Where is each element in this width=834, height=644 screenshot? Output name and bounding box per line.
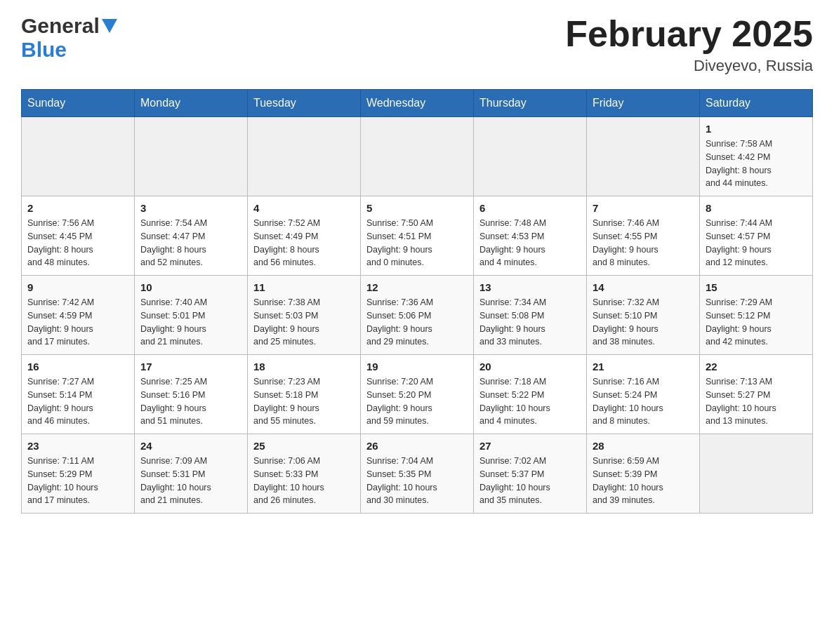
day-info: Sunrise: 7:09 AMSunset: 5:31 PMDaylight:… — [140, 455, 241, 507]
month-title: February 2025 — [565, 14, 813, 54]
logo-blue-text: Blue — [21, 38, 67, 62]
table-row: 3Sunrise: 7:54 AMSunset: 4:47 PMDaylight… — [135, 196, 248, 276]
calendar-week-2: 2Sunrise: 7:56 AMSunset: 4:45 PMDaylight… — [22, 196, 813, 276]
day-info: Sunrise: 7:58 AMSunset: 4:42 PMDaylight:… — [706, 137, 807, 190]
day-info: Sunrise: 7:36 AMSunset: 5:06 PMDaylight:… — [366, 296, 468, 349]
logo-general-text: General — [21, 14, 100, 37]
day-number: 8 — [706, 202, 807, 214]
table-row: 7Sunrise: 7:46 AMSunset: 4:55 PMDaylight… — [587, 196, 700, 276]
day-info: Sunrise: 7:42 AMSunset: 4:59 PMDaylight:… — [27, 296, 128, 349]
logo-blue-row: Blue — [21, 38, 67, 62]
day-info: Sunrise: 7:38 AMSunset: 5:03 PMDaylight:… — [253, 296, 355, 349]
day-number: 18 — [253, 361, 355, 373]
table-row: 24Sunrise: 7:09 AMSunset: 5:31 PMDayligh… — [135, 434, 248, 514]
day-number: 19 — [366, 361, 468, 373]
day-number: 4 — [253, 202, 355, 214]
calendar-week-4: 16Sunrise: 7:27 AMSunset: 5:14 PMDayligh… — [22, 355, 813, 434]
day-info: Sunrise: 7:56 AMSunset: 4:45 PMDaylight:… — [27, 217, 128, 269]
day-info: Sunrise: 7:44 AMSunset: 4:57 PMDaylight:… — [706, 217, 807, 269]
day-number: 10 — [140, 281, 241, 293]
day-number: 12 — [366, 281, 468, 293]
table-row: 22Sunrise: 7:13 AMSunset: 5:27 PMDayligh… — [700, 355, 813, 434]
table-row: 20Sunrise: 7:18 AMSunset: 5:22 PMDayligh… — [474, 355, 587, 434]
day-number: 20 — [479, 361, 581, 373]
col-thursday: Thursday — [474, 90, 587, 117]
logo-general-row: General — [21, 14, 117, 38]
col-sunday: Sunday — [22, 90, 135, 117]
day-info: Sunrise: 6:59 AMSunset: 5:39 PMDaylight:… — [593, 455, 694, 507]
table-row: 27Sunrise: 7:02 AMSunset: 5:37 PMDayligh… — [474, 434, 587, 514]
title-section: February 2025 Diveyevo, Russia — [565, 14, 813, 75]
calendar-header-row: Sunday Monday Tuesday Wednesday Thursday… — [22, 90, 813, 117]
calendar-week-3: 9Sunrise: 7:42 AMSunset: 4:59 PMDaylight… — [22, 276, 813, 355]
table-row: 9Sunrise: 7:42 AMSunset: 4:59 PMDaylight… — [22, 276, 135, 355]
day-number: 28 — [593, 440, 694, 452]
day-number: 6 — [479, 202, 581, 214]
day-number: 11 — [253, 281, 355, 293]
day-info: Sunrise: 7:02 AMSunset: 5:37 PMDaylight:… — [479, 455, 581, 507]
day-number: 27 — [479, 440, 581, 452]
table-row: 13Sunrise: 7:34 AMSunset: 5:08 PMDayligh… — [474, 276, 587, 355]
day-number: 21 — [593, 361, 694, 373]
day-info: Sunrise: 7:16 AMSunset: 5:24 PMDaylight:… — [593, 375, 694, 428]
day-info: Sunrise: 7:52 AMSunset: 4:49 PMDaylight:… — [253, 217, 355, 269]
page-header: General Blue February 2025 Diveyevo, Rus… — [21, 14, 813, 75]
logo-arrow-icon — [102, 19, 117, 33]
day-number: 9 — [27, 281, 128, 293]
day-info: Sunrise: 7:50 AMSunset: 4:51 PMDaylight:… — [366, 217, 468, 269]
day-info: Sunrise: 7:46 AMSunset: 4:55 PMDaylight:… — [593, 217, 694, 269]
day-info: Sunrise: 7:27 AMSunset: 5:14 PMDaylight:… — [27, 375, 128, 428]
table-row — [361, 117, 474, 196]
calendar-week-5: 23Sunrise: 7:11 AMSunset: 5:29 PMDayligh… — [22, 434, 813, 514]
day-number: 15 — [706, 281, 807, 293]
day-info: Sunrise: 7:18 AMSunset: 5:22 PMDaylight:… — [479, 375, 581, 428]
table-row: 14Sunrise: 7:32 AMSunset: 5:10 PMDayligh… — [587, 276, 700, 355]
col-saturday: Saturday — [700, 90, 813, 117]
day-number: 14 — [593, 281, 694, 293]
table-row: 12Sunrise: 7:36 AMSunset: 5:06 PMDayligh… — [361, 276, 474, 355]
day-number: 22 — [706, 361, 807, 373]
table-row: 8Sunrise: 7:44 AMSunset: 4:57 PMDaylight… — [700, 196, 813, 276]
table-row: 11Sunrise: 7:38 AMSunset: 5:03 PMDayligh… — [248, 276, 361, 355]
day-info: Sunrise: 7:13 AMSunset: 5:27 PMDaylight:… — [706, 375, 807, 428]
table-row — [22, 117, 135, 196]
table-row: 10Sunrise: 7:40 AMSunset: 5:01 PMDayligh… — [135, 276, 248, 355]
day-number: 24 — [140, 440, 241, 452]
col-friday: Friday — [587, 90, 700, 117]
day-number: 3 — [140, 202, 241, 214]
table-row: 23Sunrise: 7:11 AMSunset: 5:29 PMDayligh… — [22, 434, 135, 514]
table-row — [587, 117, 700, 196]
table-row: 6Sunrise: 7:48 AMSunset: 4:53 PMDaylight… — [474, 196, 587, 276]
table-row: 18Sunrise: 7:23 AMSunset: 5:18 PMDayligh… — [248, 355, 361, 434]
day-number: 7 — [593, 202, 694, 214]
day-number: 16 — [27, 361, 128, 373]
table-row: 5Sunrise: 7:50 AMSunset: 4:51 PMDaylight… — [361, 196, 474, 276]
day-info: Sunrise: 7:06 AMSunset: 5:33 PMDaylight:… — [253, 455, 355, 507]
day-info: Sunrise: 7:32 AMSunset: 5:10 PMDaylight:… — [593, 296, 694, 349]
table-row: 21Sunrise: 7:16 AMSunset: 5:24 PMDayligh… — [587, 355, 700, 434]
col-monday: Monday — [135, 90, 248, 117]
day-number: 23 — [27, 440, 128, 452]
table-row: 25Sunrise: 7:06 AMSunset: 5:33 PMDayligh… — [248, 434, 361, 514]
day-number: 26 — [366, 440, 468, 452]
day-info: Sunrise: 7:11 AMSunset: 5:29 PMDaylight:… — [27, 455, 128, 507]
table-row: 15Sunrise: 7:29 AMSunset: 5:12 PMDayligh… — [700, 276, 813, 355]
location: Diveyevo, Russia — [565, 57, 813, 75]
day-info: Sunrise: 7:04 AMSunset: 5:35 PMDaylight:… — [366, 455, 468, 507]
day-number: 5 — [366, 202, 468, 214]
table-row — [474, 117, 587, 196]
table-row: 4Sunrise: 7:52 AMSunset: 4:49 PMDaylight… — [248, 196, 361, 276]
day-info: Sunrise: 7:48 AMSunset: 4:53 PMDaylight:… — [479, 217, 581, 269]
table-row: 2Sunrise: 7:56 AMSunset: 4:45 PMDaylight… — [22, 196, 135, 276]
day-number: 25 — [253, 440, 355, 452]
table-row — [135, 117, 248, 196]
table-row: 28Sunrise: 6:59 AMSunset: 5:39 PMDayligh… — [587, 434, 700, 514]
day-info: Sunrise: 7:23 AMSunset: 5:18 PMDaylight:… — [253, 375, 355, 428]
table-row: 19Sunrise: 7:20 AMSunset: 5:20 PMDayligh… — [361, 355, 474, 434]
table-row: 26Sunrise: 7:04 AMSunset: 5:35 PMDayligh… — [361, 434, 474, 514]
svg-marker-0 — [102, 19, 117, 33]
day-info: Sunrise: 7:29 AMSunset: 5:12 PMDaylight:… — [706, 296, 807, 349]
table-row: 17Sunrise: 7:25 AMSunset: 5:16 PMDayligh… — [135, 355, 248, 434]
col-wednesday: Wednesday — [361, 90, 474, 117]
day-number: 13 — [479, 281, 581, 293]
